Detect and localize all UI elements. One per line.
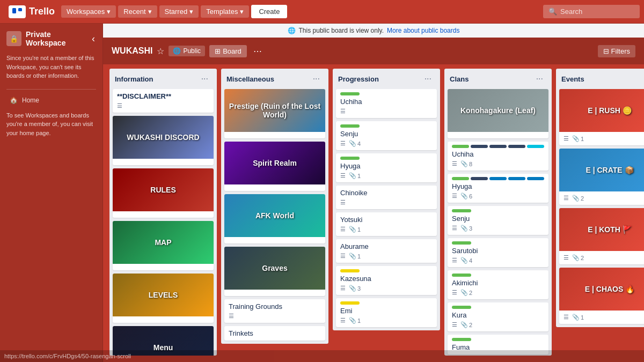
table-row[interactable]: Hyuga☰📎1 <box>336 153 437 182</box>
table-row[interactable]: Spirit Realm <box>224 142 325 191</box>
trello-logo[interactable]: Trello <box>4 5 59 18</box>
description-icon: ☰ <box>564 195 569 202</box>
starred-button[interactable]: Starred ▾ <box>159 5 199 18</box>
table-row[interactable]: E | RUSH 🪙☰📎1 <box>559 89 644 145</box>
svg-rect-0 <box>12 8 16 13</box>
visibility-button[interactable]: 🌐 Public <box>169 46 205 56</box>
table-row[interactable]: Prestige (Ruin of the Lost World) <box>224 89 325 138</box>
table-row[interactable]: MAP <box>113 221 214 270</box>
table-row[interactable]: Senju☰📎3 <box>448 206 548 235</box>
description-badge: ☰ <box>340 140 346 147</box>
card-title: Sarutobi <box>452 247 544 255</box>
card-badges: ☰📎6 <box>452 193 544 200</box>
templates-button[interactable]: Templates ▾ <box>201 5 249 18</box>
customize-button[interactable]: ⋯ <box>251 44 264 58</box>
table-row[interactable]: RULES <box>113 168 214 218</box>
attachment-icon: 📎 <box>349 226 356 233</box>
description-badge: ☰ <box>340 226 346 233</box>
label-green <box>340 124 360 128</box>
description-icon: ☰ <box>340 140 346 147</box>
search-bar[interactable]: 🔍 Search <box>543 5 640 18</box>
table-row[interactable]: Sarutobi☰📎4 <box>448 238 548 267</box>
card-title: Hyuga <box>340 162 433 170</box>
table-row[interactable]: Hyuga☰📎6 <box>448 174 548 203</box>
attachments-badge: 📎2 <box>460 321 472 328</box>
board-tab-icon: ⊞ <box>215 47 221 55</box>
label-blue <box>508 177 525 180</box>
label-teal <box>527 145 544 148</box>
table-row[interactable]: Graves <box>224 247 325 296</box>
list-menu-button[interactable]: ··· <box>310 73 323 85</box>
table-row[interactable]: Chinoike☰ <box>336 186 437 209</box>
table-row[interactable]: E | CRATE 📦☰📎2 <box>559 149 644 205</box>
attachments-badge: 📎1 <box>349 253 361 260</box>
list-menu-button[interactable]: ··· <box>533 73 546 85</box>
list-cards-progression: Uchiha☰Senju☰📎4Hyuga☰📎1Chinoike☰Yotsuki☰… <box>333 89 440 330</box>
card-badges: ☰📎1 <box>340 253 433 260</box>
label-dark <box>508 145 525 148</box>
table-row[interactable]: Trinkets <box>224 326 325 341</box>
card-badges: ☰ <box>229 313 321 320</box>
table-row[interactable]: Yotsuki☰📎1 <box>336 212 437 236</box>
label-dark <box>489 145 507 148</box>
description-icon: ☰ <box>452 321 457 328</box>
table-row[interactable]: Konohagakure (Leaf) <box>448 89 548 138</box>
card-labels <box>340 269 433 272</box>
filters-button[interactable]: ⊟ Filters <box>598 45 635 57</box>
description-badge: ☰ <box>452 225 457 232</box>
list-menu-button[interactable]: ··· <box>198 73 211 85</box>
svg-rect-1 <box>18 8 22 11</box>
table-row[interactable]: E | KOTH 🚩☰📎2 <box>559 208 644 264</box>
card-labels <box>340 92 433 95</box>
table-row[interactable]: E | CHAOS 🔥☰📎1 <box>559 268 644 324</box>
public-notice: 🌐 This public board is view only. More a… <box>103 24 644 38</box>
table-row[interactable]: Kura☰📎2 <box>448 302 548 331</box>
card-title: Akimichi <box>452 279 544 287</box>
list-header-miscellaneous: Miscellaneous··· <box>221 69 328 89</box>
list-menu-button[interactable]: ··· <box>421 73 435 85</box>
table-row[interactable]: Kazesuna☰📎3 <box>336 266 437 295</box>
table-row[interactable]: **DISCLAIMER**☰ <box>113 89 214 113</box>
sidebar-item-home[interactable]: 🏠 Home <box>6 94 96 107</box>
table-row[interactable]: Akimichi☰📎2 <box>448 270 548 299</box>
attachment-icon: 📎 <box>460 193 468 200</box>
create-button[interactable]: Create <box>251 5 287 18</box>
card-labels <box>340 301 433 305</box>
list-header-progression: Progression··· <box>333 69 440 89</box>
attachment-icon: 📎 <box>460 289 468 296</box>
card-title: Uchiha <box>452 150 544 158</box>
table-row[interactable]: Emi☰📎1 <box>336 298 437 327</box>
attachments-badge: 📎3 <box>460 225 472 232</box>
table-row[interactable]: Senju☰📎4 <box>336 121 437 150</box>
attachments-badge: 📎3 <box>349 285 361 292</box>
table-row[interactable]: WUKASHI DISCORD <box>113 116 214 165</box>
table-row[interactable]: Uchiha☰📎8 <box>448 142 548 171</box>
card-badges: ☰📎4 <box>340 140 433 147</box>
public-boards-link[interactable]: More about public boards <box>387 27 459 34</box>
attachment-icon: 📎 <box>460 225 468 232</box>
attachments-badge: 📎4 <box>460 257 472 264</box>
card-badges: ☰📎8 <box>452 160 544 167</box>
table-row[interactable]: AFK World <box>224 194 325 243</box>
description-badge: ☰ <box>340 317 346 324</box>
attachments-badge: 📎4 <box>349 140 361 147</box>
attachment-icon: 📎 <box>349 172 356 179</box>
close-sidebar-button[interactable]: ‹ <box>91 32 96 46</box>
attachment-icon: 📎 <box>349 140 356 147</box>
card-title: Yotsuki <box>340 216 433 224</box>
table-row[interactable]: LEVELS <box>113 274 214 323</box>
table-row[interactable]: Aburame☰📎1 <box>336 239 437 263</box>
card-title: Chinoike <box>340 189 433 197</box>
recent-button[interactable]: Recent ▾ <box>118 5 157 18</box>
globe-small-icon: 🌐 <box>173 47 181 55</box>
table-row[interactable]: Training Grounds☰ <box>224 299 325 323</box>
card-badges: ☰📎3 <box>340 285 433 292</box>
star-button[interactable]: ☆ <box>157 46 164 56</box>
tab-board[interactable]: ⊞ Board <box>209 45 247 57</box>
description-badge: ☰ <box>229 313 234 320</box>
workspaces-button[interactable]: Workspaces ▾ <box>61 5 116 18</box>
list-header-clans: Clans··· <box>444 69 552 89</box>
label-green <box>452 209 471 212</box>
description-badge: ☰ <box>340 108 346 115</box>
table-row[interactable]: Uchiha☰ <box>336 89 437 118</box>
